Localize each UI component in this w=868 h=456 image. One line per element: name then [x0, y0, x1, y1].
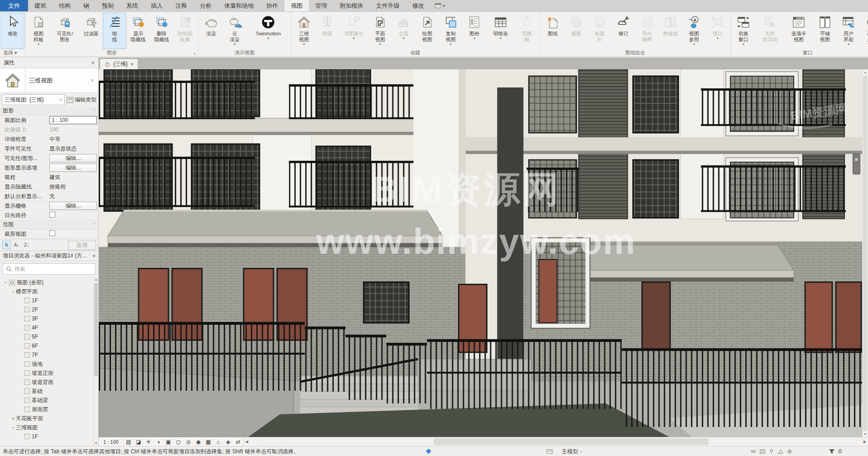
tree-item[interactable]: 1F [0, 296, 98, 305]
dialog-launcher-icon[interactable]: ↘ [193, 51, 196, 56]
select-elements-by-face-toggle[interactable] [777, 448, 784, 455]
scroll-left-icon[interactable]: ◀ [244, 440, 250, 444]
sheet-button[interactable]: 图纸 [541, 13, 564, 49]
ribbon-tab-11[interactable]: 视图 [285, 0, 309, 11]
horizontal-scrollbar[interactable]: ◀▶ [243, 437, 868, 446]
tree-item[interactable]: −楼层平面 [0, 287, 98, 296]
design-options-control[interactable]: 主模型 ˅ [562, 446, 582, 456]
type-selector[interactable]: 三维视图 ˅ [0, 68, 98, 93]
revisions-button[interactable]: 修订 [612, 13, 635, 49]
3d-view-button[interactable]: 三维视图▾ [292, 13, 316, 49]
reveal-hidden-elements-icon[interactable]: ▦ [203, 437, 213, 446]
show-crop-region-icon[interactable]: ◎ [183, 437, 193, 446]
legends-button[interactable]: 图例▾ [463, 13, 486, 49]
switch-windows-button[interactable]: 切换窗口▾ [732, 13, 755, 49]
properties-close-icon[interactable]: × [91, 59, 95, 66]
ribbon-tab-10[interactable]: 协作 [260, 0, 285, 11]
tile-views-button[interactable]: 平铺视图 [813, 13, 837, 49]
view-template-button[interactable]: 视图样板▾ [27, 13, 50, 49]
tree-item[interactable]: 3F [0, 314, 98, 323]
sun-path-icon[interactable]: ☀ [144, 437, 154, 446]
modify-button[interactable]: 修改 [1, 13, 24, 49]
canvas-theme-button[interactable]: 画布主题 [860, 13, 868, 49]
ribbon-tab-4[interactable]: 预制 [96, 0, 120, 11]
tree-item[interactable]: 5F [0, 332, 98, 341]
ribbon-tab-14[interactable]: 文件升级 [370, 0, 406, 11]
sort-default-button[interactable]: ⇅ [2, 241, 11, 249]
apply-button[interactable]: 应用 [68, 241, 96, 250]
tree-item[interactable]: 坡道背面 [0, 378, 98, 387]
ribbon-tab-2[interactable]: 结构 [53, 0, 77, 11]
property-checkbox[interactable] [49, 230, 55, 236]
expand-icon[interactable]: + [10, 416, 16, 421]
tree-item[interactable]: 基础 [0, 387, 98, 396]
ribbon-tab-15[interactable]: 修改 [406, 0, 430, 11]
plan-views-button[interactable]: 平面视图▾ [368, 13, 392, 49]
duplicate-view-button[interactable]: 复制视图▾ [439, 13, 463, 49]
property-checkbox[interactable] [49, 212, 55, 218]
displaced-elements-icon[interactable]: ⇄ [233, 437, 243, 446]
ribbon-tab-8[interactable]: 分析 [193, 0, 218, 11]
select-pinned-elements-toggle[interactable] [768, 448, 775, 455]
browser-scrollbar[interactable]: ▲ ▼ [93, 277, 98, 446]
twinmotion-button[interactable]: Twinmotion▾ [246, 13, 290, 49]
sort-ascending-button[interactable]: A↓ [12, 241, 21, 249]
worksets-control[interactable] [546, 446, 553, 456]
drawing-area[interactable]: BIM资源网 www.bimzyw.com BIM资源网 ▣◌ [99, 69, 862, 437]
schedules-button[interactable]: 明细表▾ [486, 13, 515, 49]
select-underlay-elements-toggle[interactable] [759, 448, 766, 455]
vertical-scrollbar[interactable]: ▲ ▼ [862, 69, 868, 437]
navigation-bar[interactable]: ▣◌ [853, 154, 860, 175]
edit-button[interactable]: 编辑... [49, 164, 97, 172]
shadows-icon[interactable]: ◑ [154, 437, 164, 446]
view-tab-close-icon[interactable]: × [130, 61, 134, 68]
tree-item[interactable]: −三维视图 [0, 423, 98, 432]
ribbon-collapse-control[interactable]: ▾ [435, 0, 445, 11]
view-instance-combo[interactable]: 三维视图: {三维} ˅ [2, 94, 65, 105]
edit-button[interactable]: 编辑... [49, 154, 97, 162]
visual-style-icon[interactable]: ◪ [134, 437, 144, 446]
ribbon-tab-7[interactable]: 注释 [169, 0, 193, 11]
collapse-icon[interactable]: − [10, 425, 16, 430]
property-value-input[interactable]: 1 : 100 [49, 116, 97, 124]
tree-item[interactable]: −视图 (全部) [0, 278, 98, 287]
show-rendering-dialog-icon[interactable]: ▣ [164, 437, 174, 446]
crop-view-icon[interactable]: ◻ [174, 437, 183, 446]
tree-item[interactable]: 1F [0, 432, 98, 441]
background-processes-icon[interactable] [425, 446, 432, 456]
properties-section-header[interactable]: 图形⌃ [0, 107, 98, 116]
tree-item[interactable]: 2F [0, 305, 98, 314]
view-scale-control[interactable]: 1 : 100 [99, 437, 124, 446]
ribbon-tab-6[interactable]: 插入 [145, 0, 169, 11]
show-analytical-model-icon[interactable]: ◈ [223, 437, 233, 446]
tree-item[interactable]: 场地 [0, 359, 98, 369]
ribbon-tab-3[interactable]: 钢 [77, 0, 96, 11]
tree-item[interactable]: 6F [0, 341, 98, 350]
remove-hidden-lines-button[interactable]: 删除隐藏线 [150, 13, 174, 49]
ribbon-tab-1[interactable]: 建筑 [28, 0, 53, 11]
visibility-graphics-button[interactable]: 可见性/图形 [50, 13, 79, 49]
selection-filter[interactable]: :0 [828, 446, 842, 456]
drafting-view-button[interactable]: 绘图视图 [415, 13, 439, 49]
tree-item[interactable]: 4F [0, 323, 98, 332]
collapse-icon[interactable]: − [3, 280, 8, 285]
ribbon-tab-9[interactable]: 体量和场地 [218, 0, 260, 11]
tree-item[interactable]: 屋面层 [0, 405, 98, 414]
temporary-view-properties-icon[interactable]: ⌂ [213, 437, 223, 446]
view-reference-button[interactable]: 视图参照▾ [682, 13, 706, 49]
render-button[interactable]: 渲染 [199, 13, 223, 49]
scroll-right-icon[interactable]: ▶ [862, 440, 868, 444]
user-interface-button[interactable]: 用户界面▾ [837, 13, 860, 49]
filters-button[interactable]: 过滤器 [79, 13, 103, 49]
ribbon-tab-file[interactable]: 文件 [0, 0, 28, 11]
drag-elements-on-selection-toggle[interactable] [786, 448, 793, 455]
tree-item[interactable]: 7F [0, 350, 98, 359]
edit-button[interactable]: 编辑... [49, 202, 97, 210]
edit-type-button[interactable]: 编辑类型 [67, 96, 96, 104]
view-tab-3d[interactable]: {三维} × [100, 58, 138, 69]
tree-item[interactable]: 基础梁 [0, 396, 98, 405]
show-hidden-lines-button[interactable]: 显示隐藏线 [126, 13, 150, 49]
temporary-hide-isolate-icon[interactable]: ◉ [193, 437, 203, 446]
tree-item[interactable]: 坡道正面 [0, 369, 98, 378]
ribbon-tab-13[interactable]: 附加模块 [333, 0, 370, 11]
